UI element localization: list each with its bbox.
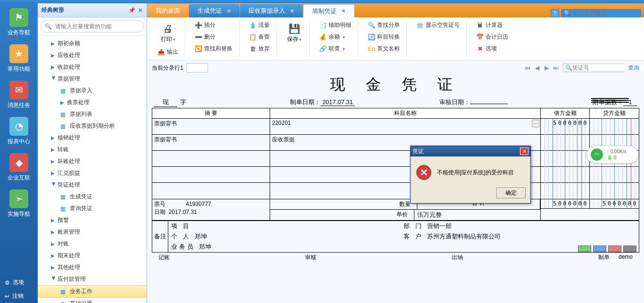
doc-icon: ▦	[60, 111, 67, 118]
tree-node-20[interactable]: ▶应付款管理	[38, 273, 147, 285]
tree-node-12[interactable]: ▶凭证处理	[38, 179, 147, 191]
note-icon: 📋	[249, 33, 256, 41]
tree-node-16[interactable]: ▶账表管理	[38, 226, 147, 238]
findbill-button[interactable]: 🔍查找分单	[366, 20, 402, 30]
tree-node-5[interactable]: ▶换票处理	[38, 97, 147, 108]
calendar-icon: 📅	[476, 33, 484, 41]
tree-search[interactable]: 🔍	[41, 20, 144, 33]
curr-line-input[interactable]	[186, 63, 208, 73]
caldate-button[interactable]: 📅会计日历	[474, 32, 510, 42]
rail-item-2[interactable]: ✉消息任务	[8, 81, 30, 109]
ref-button[interactable]: ⋯	[532, 120, 539, 127]
voucher-num-search[interactable]: 🔍	[563, 64, 624, 72]
dialog-close-button[interactable]: ✕	[520, 147, 528, 155]
curr-line-label: 当前分录行1	[152, 64, 183, 72]
balance-button[interactable]: 📋备查	[247, 32, 272, 42]
en-icon: En	[368, 45, 375, 53]
grid-row-3[interactable]	[152, 167, 639, 183]
nav-last[interactable]: ⏭	[552, 64, 560, 72]
gear-icon: ⚙	[60, 301, 67, 303]
rail-logout[interactable]: ↩注销	[0, 289, 38, 303]
chevron-icon: ▶	[51, 53, 57, 58]
chevron-icon: ▶	[51, 159, 57, 164]
aux-button[interactable]: 📑辅助明细	[317, 20, 353, 30]
rail-icon: ⚑	[9, 8, 28, 27]
tree-node-14[interactable]: ▦查询凭证	[38, 203, 147, 214]
tab-close-icon[interactable]: ✕	[227, 8, 231, 14]
tree-node-19[interactable]: ▶其他处理	[38, 262, 147, 273]
tree-node-8[interactable]: ▶核销处理	[38, 132, 147, 144]
findrep-button[interactable]: 🔁查找和替换	[193, 44, 234, 54]
grid-row-0[interactable]: 票据背书220201⋯5000000	[152, 119, 639, 135]
tree-node-3[interactable]: ▶票据管理	[38, 73, 147, 85]
delete-button[interactable]: ➖删分	[193, 32, 234, 42]
search-icon: 🔍	[565, 65, 572, 71]
save-button[interactable]: 💾保存▾	[284, 20, 305, 45]
discard-button[interactable]: 🗑放弃	[247, 44, 272, 54]
acctconv-button[interactable]: 🔄科目转换	[366, 32, 402, 42]
rail-item-5[interactable]: ➣实施导航	[8, 189, 30, 218]
tree-node-11[interactable]: ▶汇兑损益	[38, 167, 147, 179]
tree-node-0[interactable]: ▶期初余额	[38, 38, 147, 49]
nav-next[interactable]: ▶	[542, 64, 551, 72]
voucher-title: 现 金 凭 证	[152, 74, 639, 95]
insert-button[interactable]: ➕插分	[193, 20, 234, 30]
tree-node-6[interactable]: ▦票据列表	[38, 108, 147, 120]
tree-node-1[interactable]: ▶应收处理	[38, 49, 147, 61]
barcode-search[interactable]: 🔍	[561, 9, 641, 17]
grid-row-2[interactable]	[152, 151, 639, 167]
search-doc-icon: 🔍	[368, 22, 375, 29]
rail-item-1[interactable]: ★常用功能	[8, 44, 30, 73]
tab-close-icon[interactable]: ✕	[290, 8, 294, 14]
lookup-button[interactable]: 🔗联查▾	[317, 44, 353, 54]
tab-2[interactable]: 应收票据录入✕	[240, 4, 303, 17]
discard-icon: 🗑	[249, 45, 256, 53]
rail-item-4[interactable]: ◆企业互联	[8, 153, 30, 182]
flow-button[interactable]: 💧流量	[247, 20, 272, 30]
dialog-ok-button[interactable]: 确定	[496, 188, 526, 198]
chevron-icon: ▶	[51, 218, 57, 223]
rail-item-0[interactable]: ⚑业务导航	[8, 8, 30, 37]
grid-row-1[interactable]: 票据背书应收票据	[152, 135, 639, 151]
tab-0[interactable]: 我的桌面	[147, 4, 189, 17]
print-button[interactable]: 🖨打印▾	[156, 20, 180, 45]
tree-node-17[interactable]: ▶对账	[38, 238, 147, 250]
rail-options[interactable]: ⚙选项	[0, 276, 38, 289]
tab-1[interactable]: 生成凭证✕	[189, 4, 239, 17]
output-button[interactable]: 📤输出	[156, 47, 180, 57]
nav-prev[interactable]: ◀	[533, 64, 541, 72]
tree-node-13[interactable]: ▦生成凭证	[38, 191, 147, 203]
network-widget[interactable]: ⌔ ↕ 0.00K/s🔋 0	[586, 146, 638, 164]
barcode-input[interactable]	[573, 10, 644, 16]
pin-icon[interactable]: 📌	[128, 7, 135, 14]
tree-node-9[interactable]: ▶转账	[38, 144, 147, 156]
voucher-grid[interactable]: 摘 要 科目名称 借方金额 贷方金额 票据背书220201⋯5000000票据背…	[152, 108, 639, 199]
query-link[interactable]: 查询	[628, 64, 639, 72]
tree-search-input[interactable]	[54, 22, 140, 31]
remain-button[interactable]: 💰余额▾	[317, 32, 353, 42]
tab-3[interactable]: 填制凭证✕	[303, 4, 355, 17]
rail-icon: ★	[9, 44, 28, 63]
showempty-button[interactable]: ▤显示空凭证号	[414, 20, 462, 30]
help-button[interactable]: ?	[551, 9, 559, 17]
option-button[interactable]: ✖选项	[474, 44, 510, 54]
tree-node-2[interactable]: ▶收款处理	[38, 61, 147, 73]
tab-close-icon[interactable]: ✕	[341, 8, 346, 14]
tree-body[interactable]: ▶期初余额▶应收处理▶收款处理▶票据管理▦票据录入▶换票处理▦票据列表▦应收票据…	[38, 36, 147, 303]
tree-node-15[interactable]: ▶预警	[38, 214, 147, 226]
rail-item-3[interactable]: ◔报表中心	[8, 117, 30, 146]
engname-button[interactable]: En英文名称	[366, 44, 402, 54]
tree-node-21[interactable]: ▦业务工作	[38, 285, 147, 298]
close-icon[interactable]: ✕	[138, 7, 143, 14]
calc-button[interactable]: 🖩计算器	[474, 20, 510, 30]
tree-node-10[interactable]: ▶坏账处理	[38, 156, 147, 167]
nav-first[interactable]: ⏮	[523, 64, 532, 72]
tree-node-7[interactable]: ▦应收票据到期分析	[38, 120, 147, 132]
tree-node-4[interactable]: ▦票据录入	[38, 85, 147, 97]
tree-node-18[interactable]: ▶期末处理	[38, 250, 147, 262]
grid-row-4[interactable]	[152, 183, 639, 199]
doc-icon: ▦	[60, 123, 67, 130]
tree-node-22[interactable]: ⚙基础设置	[38, 298, 147, 303]
doc-icon: ▦	[60, 88, 67, 94]
close-icon: ✖	[476, 45, 484, 53]
